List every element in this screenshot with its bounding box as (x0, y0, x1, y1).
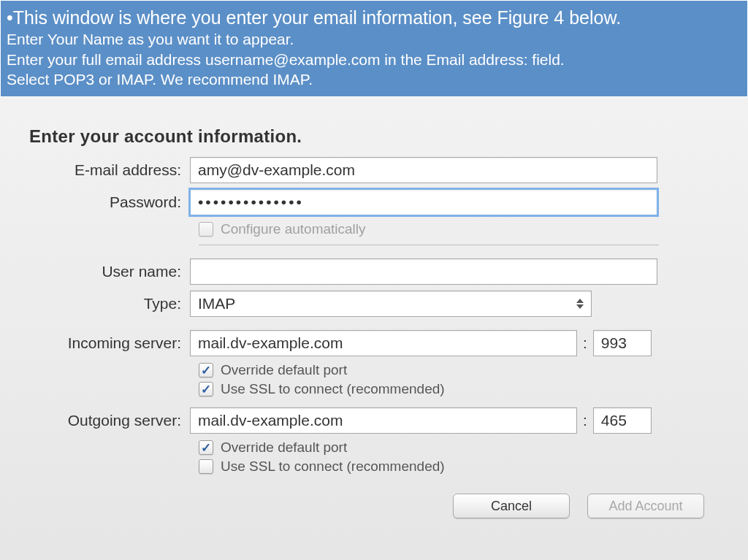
outgoing-port-input[interactable] (593, 407, 652, 434)
incoming-ssl-label: Use SSL to connect (recommended) (221, 381, 445, 397)
type-label: Type: (22, 295, 190, 312)
password-input[interactable] (190, 189, 657, 215)
type-select[interactable]: IMAP (190, 291, 592, 317)
instruction-banner: •This window is where you enter your ema… (0, 0, 748, 97)
outgoing-ssl-checkbox[interactable] (199, 459, 213, 474)
incoming-port-colon: : (583, 334, 587, 352)
incoming-ssl-row[interactable]: Use SSL to connect (recommended) (199, 381, 726, 397)
button-row: Cancel Add Account (22, 494, 704, 518)
username-input[interactable] (190, 258, 657, 285)
add-account-button[interactable]: Add Account (587, 494, 704, 518)
incoming-label: Incoming server: (22, 334, 190, 352)
incoming-override-row[interactable]: Override default port (199, 362, 726, 378)
outgoing-override-row[interactable]: Override default port (199, 440, 726, 456)
outgoing-server-input[interactable] (190, 407, 577, 434)
outgoing-label: Outgoing server: (22, 412, 190, 429)
username-label: User name: (22, 263, 190, 280)
configure-auto-checkbox[interactable] (199, 222, 213, 237)
incoming-server-input[interactable] (190, 330, 577, 356)
incoming-port-input[interactable] (593, 330, 652, 356)
outgoing-override-checkbox[interactable] (199, 440, 213, 455)
outgoing-ssl-row[interactable]: Use SSL to connect (recommended) (199, 459, 726, 475)
configure-auto-label: Configure automatically (221, 221, 366, 237)
outgoing-port-colon: : (583, 412, 587, 429)
cancel-button[interactable]: Cancel (453, 494, 570, 518)
dialog-heading: Enter your account information. (29, 126, 726, 147)
divider (199, 245, 659, 245)
account-setup-dialog: Enter your account information. E-mail a… (0, 97, 748, 560)
incoming-override-label: Override default port (221, 362, 347, 378)
password-label: Password: (22, 193, 190, 211)
email-label: E-mail address: (22, 161, 190, 179)
instruction-line-1: •This window is where you enter your ema… (7, 7, 739, 29)
incoming-override-checkbox[interactable] (199, 363, 213, 377)
email-input[interactable] (190, 157, 657, 183)
instruction-line-3: Enter your full email address username@e… (7, 50, 739, 69)
type-value: IMAP (198, 295, 235, 312)
select-arrows-icon (573, 296, 587, 312)
outgoing-ssl-label: Use SSL to connect (recommended) (221, 459, 445, 475)
instruction-line-4: Select POP3 or IMAP. We recommend IMAP. (7, 69, 739, 89)
configure-auto-row[interactable]: Configure automatically (199, 221, 726, 237)
instruction-line-2: Enter Your Name as you want it to appear… (7, 29, 739, 49)
outgoing-override-label: Override default port (221, 440, 347, 456)
incoming-ssl-checkbox[interactable] (199, 382, 213, 396)
